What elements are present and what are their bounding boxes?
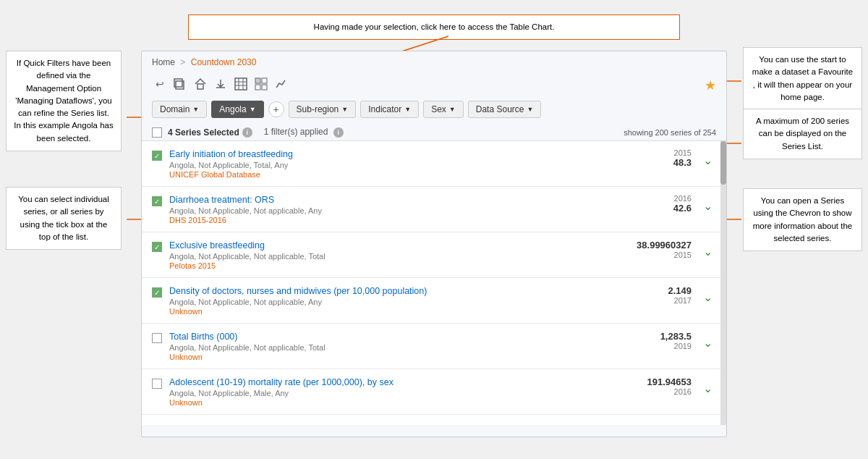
annotation-right-bottom: You can open a Series using the Chevron …	[743, 188, 862, 251]
annotation-left-bottom: You can select individual series, or all…	[6, 187, 122, 250]
series-content-2: Exclusive breastfeeding Angola, Not Appl…	[169, 240, 637, 270]
series-list: Early initiation of breastfeeding Angola…	[142, 141, 726, 425]
main-panel: Home > Countdown 2030 ↩ ★ Domain ▼	[141, 51, 727, 437]
toolbar-table-icon[interactable]	[233, 76, 249, 92]
series-chevron-0[interactable]: ⌄	[699, 151, 716, 169]
table-row: Total Births (000) Angola, Not Applicabl…	[142, 324, 726, 369]
series-year-4: 2019	[660, 342, 692, 350]
selected-count-info-icon[interactable]: i	[242, 127, 252, 138]
series-checkbox-5[interactable]	[152, 379, 162, 389]
series-val-5: 191.94653	[647, 376, 692, 387]
series-val-2: 38.99960327	[637, 240, 692, 250]
angola-filter-button[interactable]: Angola ▼	[211, 101, 263, 118]
breadcrumb-current: Countdown 2030	[191, 57, 257, 67]
indicator-filter-button[interactable]: Indicator ▼	[360, 101, 419, 118]
series-year-label-0: 2015	[673, 148, 692, 157]
series-year-3: 2017	[668, 296, 692, 305]
table-row: Density of doctors, nurses and midwives …	[142, 278, 726, 324]
series-meta-4: Angola, Not Applicable, Not applicable, …	[169, 343, 660, 352]
toolbar-copy-icon[interactable]	[172, 76, 188, 92]
series-checkbox-4[interactable]	[152, 333, 162, 343]
series-content-3: Density of doctors, nurses and midwives …	[169, 285, 668, 316]
series-meta-0: Angola, Not Applicable, Total, Any	[169, 161, 673, 169]
svg-rect-18	[262, 85, 267, 90]
add-filter-button[interactable]: +	[268, 101, 284, 117]
series-checkbox-2[interactable]	[152, 242, 162, 252]
series-title-2[interactable]: Exclusive breastfeeding	[169, 240, 265, 250]
series-source-1: DHS 2015-2016	[169, 216, 673, 224]
table-row: Early initiation of breastfeeding Angola…	[142, 141, 726, 187]
breadcrumb-sep: >	[180, 57, 185, 67]
series-meta-5: Angola, Not Applicable, Male, Any	[169, 389, 647, 397]
table-row: Adolescent (10-19) mortality rate (per 1…	[142, 369, 726, 415]
series-chevron-3[interactable]: ⌄	[699, 288, 716, 306]
table-row: Exclusive breastfeeding Angola, Not Appl…	[142, 232, 726, 278]
series-checkbox-1[interactable]	[152, 196, 162, 206]
svg-rect-9	[197, 84, 203, 89]
scrollbar-thumb[interactable]	[720, 141, 726, 185]
series-value-3: 2.149 2017	[668, 285, 692, 305]
series-val-1: 42.6	[673, 203, 692, 214]
series-chevron-1[interactable]: ⌄	[699, 197, 716, 214]
toolbar-grid-icon[interactable]	[253, 76, 269, 92]
series-title-5[interactable]: Adolescent (10-19) mortality rate (per 1…	[169, 377, 393, 387]
filter-applied-info-icon[interactable]: i	[333, 127, 344, 138]
sex-filter-button[interactable]: Sex ▼	[423, 101, 464, 118]
showing-count-text: showing 200 series of 254	[624, 128, 716, 137]
select-all-checkbox[interactable]	[152, 127, 162, 138]
datasource-filter-button[interactable]: Data Source ▼	[468, 101, 542, 118]
series-title-0[interactable]: Early initiation of breastfeeding	[169, 149, 293, 159]
series-content-0: Early initiation of breastfeeding Angola…	[169, 148, 673, 179]
series-chevron-2[interactable]: ⌄	[699, 243, 716, 260]
series-value-0: 2015 48.3	[673, 148, 692, 168]
subregion-filter-button[interactable]: Sub-region ▼	[289, 101, 357, 118]
series-title-1[interactable]: Diarrhoea treatment: ORS	[169, 195, 274, 205]
svg-rect-17	[255, 85, 260, 90]
series-checkbox-0[interactable]	[152, 151, 162, 161]
domain-filter-button[interactable]: Domain ▼	[152, 101, 207, 118]
series-meta-2: Angola, Not Applicable, Not applicable, …	[169, 252, 637, 261]
annotation-left-top: If Quick Filters have been defined via t…	[6, 51, 122, 151]
series-val-0: 48.3	[673, 157, 692, 168]
indicator-caret-icon: ▼	[404, 106, 411, 113]
toolbar-download-icon[interactable]	[213, 76, 229, 92]
series-content-4: Total Births (000) Angola, Not Applicabl…	[169, 331, 660, 361]
domain-caret-icon: ▼	[192, 106, 199, 113]
favourite-star-icon[interactable]: ★	[705, 77, 716, 93]
series-title-3[interactable]: Density of doctors, nurses and midwives …	[169, 286, 427, 296]
series-meta-3: Angola, Not Applicable, Not applicable, …	[169, 298, 668, 306]
sex-caret-icon: ▼	[449, 106, 456, 113]
series-content-1: Diarrhoea treatment: ORS Angola, Not App…	[169, 194, 673, 224]
selected-count-badge: 4 Series Selected i	[168, 127, 252, 138]
toolbar-chart-icon[interactable]	[273, 76, 289, 92]
series-value-4: 1,283.5 2019	[660, 331, 692, 350]
series-value-1: 2016 42.6	[673, 194, 692, 214]
series-year-label-1: 2016	[673, 194, 692, 203]
series-chevron-4[interactable]: ⌄	[699, 334, 716, 351]
annotation-right-top: You can use the start to make a dataset …	[743, 47, 862, 110]
series-checkbox-3[interactable]	[152, 287, 162, 298]
svg-rect-16	[262, 78, 267, 83]
subregion-caret-icon: ▼	[341, 106, 348, 113]
angola-caret-icon: ▼	[250, 106, 256, 113]
series-list-header: 4 Series Selected i 1 filter(s) applied …	[142, 124, 726, 141]
toolbar: ↩ ★	[142, 73, 726, 98]
series-chevron-5[interactable]: ⌄	[699, 379, 716, 397]
breadcrumb-home[interactable]: Home	[152, 57, 175, 67]
toolbar-share-icon[interactable]: ↩	[152, 76, 168, 92]
series-source-0: UNICEF Global Database	[169, 170, 673, 179]
series-value-2: 38.99960327 2015	[637, 240, 692, 259]
datasource-caret-icon: ▼	[527, 106, 533, 113]
toolbar-home-icon[interactable]	[192, 76, 208, 92]
annotation-top: Having made your selection, click here t…	[188, 14, 680, 40]
series-source-3: Unknown	[169, 307, 668, 316]
series-value-5: 191.94653 2016	[647, 376, 692, 396]
series-title-4[interactable]: Total Births (000)	[169, 332, 237, 342]
series-source-5: Unknown	[169, 398, 647, 407]
series-year-2: 2015	[637, 250, 692, 259]
table-row: Diarrhoea treatment: ORS Angola, Not App…	[142, 187, 726, 232]
series-val-4: 1,283.5	[660, 331, 692, 342]
series-val-3: 2.149	[668, 285, 692, 296]
series-content-5: Adolescent (10-19) mortality rate (per 1…	[169, 376, 647, 407]
series-source-4: Unknown	[169, 353, 660, 361]
